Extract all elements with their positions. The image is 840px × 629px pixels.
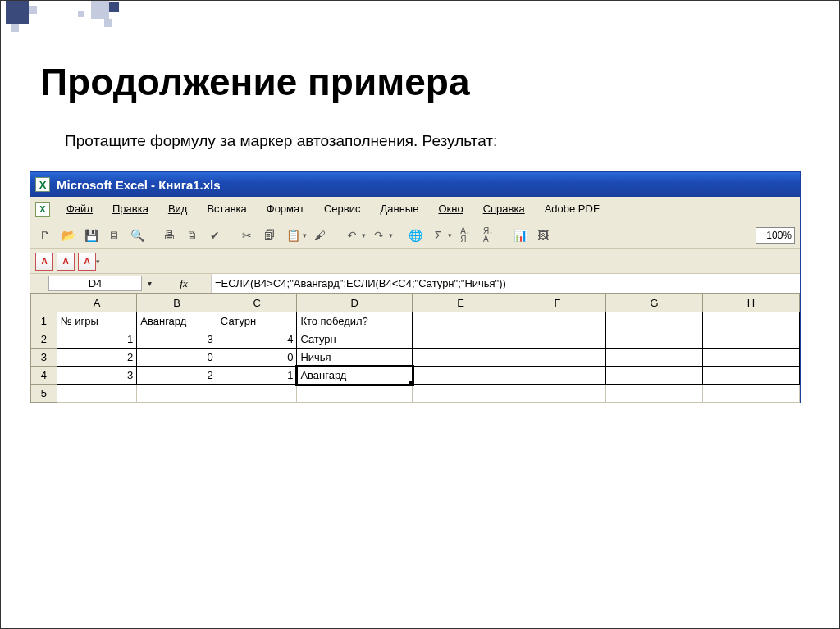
new-icon[interactable]: 🗋 [35, 226, 55, 245]
cell-e3[interactable] [413, 349, 509, 367]
spreadsheet-grid: A B C D E F G H 1 № игры Авангард Сатурн… [30, 294, 800, 403]
col-header-g[interactable]: G [605, 294, 702, 312]
fx-label[interactable]: fx [157, 274, 211, 293]
menu-help[interactable]: Справка [475, 199, 533, 218]
paste-icon[interactable]: 📋 [283, 226, 303, 245]
redo-icon[interactable]: ↷ [369, 226, 389, 245]
cell-h1[interactable] [702, 312, 799, 330]
cell-e5[interactable] [413, 385, 509, 403]
cell-d2[interactable]: Сатурн [297, 330, 413, 349]
sort-asc-icon[interactable]: А↓Я [455, 226, 475, 245]
row-header-2[interactable]: 2 [31, 330, 57, 349]
cell-e2[interactable] [413, 330, 509, 349]
cell-d3[interactable]: Ничья [297, 349, 413, 367]
name-box[interactable]: D4 [48, 276, 142, 291]
cell-c3[interactable]: 0 [217, 349, 297, 367]
cell-g2[interactable] [605, 330, 702, 349]
formula-input[interactable]: =ЕСЛИ(B4>C4;"Авангард";ЕСЛИ(B4<C4;"Сатур… [211, 274, 800, 293]
cell-g3[interactable] [605, 349, 702, 367]
cell-b1[interactable]: Авангард [137, 312, 217, 330]
cell-h4[interactable] [702, 367, 799, 385]
standard-toolbar: 🗋 📂 💾 🗏 🔍 🖶 🗎 ✔ ✂ 🗐 📋▾ 🖌 ↶▾ ↷▾ 🌐 Σ▾ А↓Я … [30, 221, 800, 249]
autosum-icon[interactable]: Σ [428, 226, 448, 245]
cell-f2[interactable] [509, 330, 606, 349]
cell-f4[interactable] [509, 367, 606, 385]
menu-data[interactable]: Данные [372, 199, 427, 218]
cell-c1[interactable]: Сатурн [217, 312, 297, 330]
cell-e4[interactable] [413, 367, 509, 385]
col-header-f[interactable]: F [509, 294, 606, 312]
copy-icon[interactable]: 🗐 [260, 226, 280, 245]
open-icon[interactable]: 📂 [58, 226, 78, 245]
format-painter-icon[interactable]: 🖌 [310, 226, 330, 245]
cell-d5[interactable] [297, 385, 413, 403]
column-header-row: A B C D E F G H [31, 294, 800, 312]
cell-g1[interactable] [605, 312, 702, 330]
spelling-icon[interactable]: ✔ [205, 226, 225, 245]
zoom-input[interactable]: 100% [756, 227, 795, 244]
row-header-1[interactable]: 1 [31, 312, 57, 330]
cell-a4[interactable]: 3 [57, 367, 137, 385]
search-icon[interactable]: 🔍 [127, 226, 147, 245]
select-all[interactable] [31, 294, 57, 312]
cell-a5[interactable] [57, 385, 137, 403]
cell-g5[interactable] [605, 385, 702, 403]
permission-icon[interactable]: 🗏 [104, 226, 124, 245]
col-header-a[interactable]: A [57, 294, 137, 312]
print-icon[interactable]: 🖶 [159, 226, 179, 245]
row-header-4[interactable]: 4 [31, 367, 57, 385]
row-3: 3 2 0 0 Ничья [31, 349, 800, 367]
col-header-e[interactable]: E [413, 294, 509, 312]
menu-format[interactable]: Формат [258, 199, 313, 218]
cell-b3[interactable]: 0 [137, 349, 217, 367]
title-bar: X Microsoft Excel - Книга1.xls [30, 172, 800, 197]
pdf-dropdown-icon[interactable]: ▾ [96, 258, 100, 266]
cell-g4[interactable] [605, 367, 702, 385]
cell-e1[interactable] [413, 312, 509, 330]
row-1: 1 № игры Авангард Сатурн Кто победил? [31, 312, 800, 330]
menu-insert[interactable]: Вставка [199, 199, 254, 218]
cell-f3[interactable] [509, 349, 606, 367]
cell-a2[interactable]: 1 [57, 330, 137, 349]
save-icon[interactable]: 💾 [81, 226, 101, 245]
col-header-d[interactable]: D [297, 294, 413, 312]
chart-wizard-icon[interactable]: 📊 [510, 226, 530, 245]
cut-icon[interactable]: ✂ [237, 226, 257, 245]
menu-file[interactable]: Файл [58, 199, 101, 218]
cell-c5[interactable] [217, 385, 297, 403]
menu-adobe-pdf[interactable]: Adobe PDF [536, 199, 608, 218]
menu-view[interactable]: Вид [160, 199, 196, 218]
cell-h3[interactable] [702, 349, 799, 367]
col-header-b[interactable]: B [137, 294, 217, 312]
cell-d1[interactable]: Кто победил? [297, 312, 413, 330]
menu-window[interactable]: Окно [430, 199, 471, 218]
cell-c4[interactable]: 1 [217, 367, 297, 385]
print-preview-icon[interactable]: 🗎 [182, 226, 202, 245]
pdf-email-icon[interactable]: A [57, 253, 75, 271]
workbook-icon: X [35, 202, 50, 217]
pdf-convert-icon[interactable]: A [35, 253, 53, 271]
name-box-dropdown-icon[interactable]: ▾ [142, 274, 157, 293]
undo-icon[interactable]: ↶ [342, 226, 362, 245]
cell-b2[interactable]: 3 [137, 330, 217, 349]
row-header-5[interactable]: 5 [31, 385, 57, 403]
menu-tools[interactable]: Сервис [316, 199, 369, 218]
row-header-3[interactable]: 3 [31, 349, 57, 367]
menu-edit[interactable]: Правка [104, 199, 157, 218]
cell-a1[interactable]: № игры [57, 312, 137, 330]
cell-h5[interactable] [702, 385, 799, 403]
cell-a3[interactable]: 2 [57, 349, 137, 367]
cell-f5[interactable] [509, 385, 606, 403]
cell-b4[interactable]: 2 [137, 367, 217, 385]
hyperlink-icon[interactable]: 🌐 [405, 226, 425, 245]
sort-desc-icon[interactable]: Я↓А [478, 226, 498, 245]
col-header-h[interactable]: H [702, 294, 799, 312]
drawing-icon[interactable]: 🖼 [533, 226, 553, 245]
cell-d4[interactable]: Авангард [297, 367, 413, 385]
cell-c2[interactable]: 4 [217, 330, 297, 349]
cell-h2[interactable] [702, 330, 799, 349]
cell-f1[interactable] [509, 312, 606, 330]
col-header-c[interactable]: C [217, 294, 297, 312]
pdf-review-icon[interactable]: A [78, 253, 96, 271]
cell-b5[interactable] [137, 385, 217, 403]
